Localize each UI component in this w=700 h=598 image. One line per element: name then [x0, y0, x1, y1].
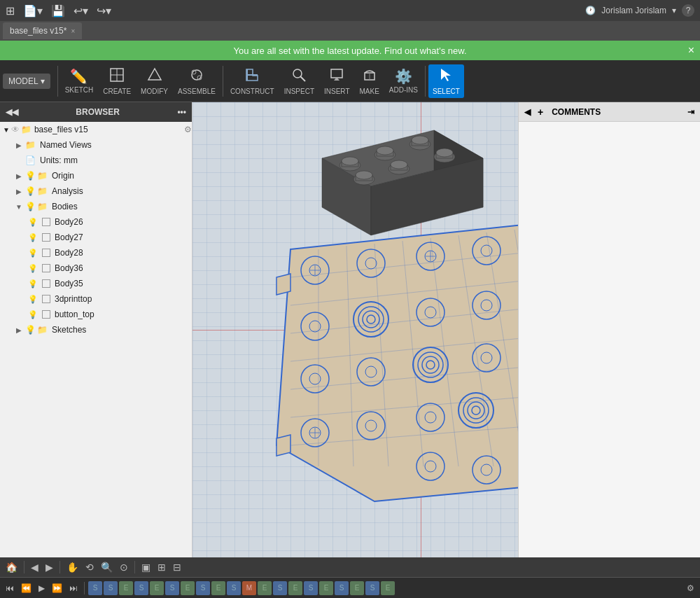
- orbit-button[interactable]: ⟲: [83, 560, 97, 574]
- tree-origin[interactable]: ▶ 💡 📁 Origin: [0, 168, 192, 183]
- help-button[interactable]: ?: [682, 4, 694, 17]
- timeline-item-20[interactable]: E: [381, 581, 395, 595]
- make-icon: [362, 67, 377, 86]
- insert-group[interactable]: INSERT: [320, 64, 354, 98]
- rewind-button[interactable]: ⏮: [3, 582, 17, 594]
- save-button[interactable]: 💾: [48, 3, 68, 19]
- make-group[interactable]: MAKE: [356, 64, 384, 98]
- timeline-item-15[interactable]: S: [304, 581, 318, 595]
- toolbar: MODEL ▾ ✏️ SKETCH CREATE MODIFY ASSEMBLE: [0, 60, 700, 102]
- browser-collapse-icon[interactable]: ◀◀: [6, 107, 18, 117]
- grid-button[interactable]: ⊞: [155, 560, 169, 574]
- sketches-folder: 📁: [37, 325, 48, 335]
- banner-close-button[interactable]: ×: [688, 44, 694, 57]
- browser-options-icon[interactable]: •••: [177, 107, 186, 117]
- comments-add-icon[interactable]: +: [538, 106, 543, 118]
- tree-bodies[interactable]: ▼ 💡 📁 Bodies: [0, 199, 192, 214]
- fit-button[interactable]: ⊙: [117, 560, 131, 574]
- timeline-item-19[interactable]: S: [365, 581, 379, 595]
- sketches-label: Sketches: [52, 325, 86, 335]
- timeline-item-11[interactable]: M: [242, 581, 256, 595]
- sketch-group[interactable]: ✏️ SKETCH: [61, 65, 98, 97]
- file-tab[interactable]: base_files v15* ×: [3, 22, 82, 39]
- sketches-visibility[interactable]: 💡: [25, 325, 36, 335]
- sketch-label: SKETCH: [65, 86, 94, 94]
- timeline-item-9[interactable]: E: [211, 581, 225, 595]
- select-group[interactable]: SELECT: [428, 64, 464, 98]
- redo-button[interactable]: ↪▾: [94, 3, 114, 19]
- timeline-item-8[interactable]: S: [196, 581, 210, 595]
- timeline-item-12[interactable]: E: [258, 581, 272, 595]
- timeline-settings-button[interactable]: ⚙: [684, 582, 697, 594]
- assemble-group[interactable]: ASSEMBLE: [174, 64, 220, 98]
- origin-visibility[interactable]: 💡: [25, 171, 36, 181]
- modify-group[interactable]: MODIFY: [136, 64, 172, 98]
- tree-body28[interactable]: 💡 Body28: [0, 245, 192, 260]
- root-folder-icon: 📁: [21, 125, 31, 134]
- body27-visibility[interactable]: 💡: [28, 233, 38, 242]
- comments-expand-icon[interactable]: ⇥: [687, 107, 694, 117]
- body36-visibility[interactable]: 💡: [28, 264, 38, 273]
- timeline-item-16[interactable]: E: [319, 581, 333, 595]
- tree-body35[interactable]: 💡 Body35: [0, 276, 192, 291]
- tab-close-icon[interactable]: ×: [71, 27, 75, 35]
- tree-analysis[interactable]: ▶ 💡 📁 Analysis: [0, 183, 192, 199]
- timeline-item-4[interactable]: S: [134, 581, 148, 595]
- app-grid-icon[interactable]: ⊞: [6, 4, 15, 18]
- zoom-button[interactable]: 🔍: [98, 560, 115, 574]
- timeline-item-10[interactable]: S: [227, 581, 241, 595]
- body35-visibility[interactable]: 💡: [28, 279, 38, 288]
- model-mode-button[interactable]: MODEL ▾: [3, 74, 50, 89]
- 3dprinttop-visibility[interactable]: 💡: [28, 295, 38, 304]
- timeline-item-14[interactable]: E: [288, 581, 302, 595]
- undo-button[interactable]: ↩▾: [71, 3, 91, 19]
- timeline-item-2[interactable]: S: [104, 581, 118, 595]
- viewport[interactable]: TOP FRONT ◀ + COMMENTS ⇥: [192, 102, 700, 557]
- step-forward-button[interactable]: ⏩: [49, 582, 65, 594]
- tree-root[interactable]: ▼ 👁 📁 base_files v15 ⚙: [0, 122, 192, 137]
- tree-body27[interactable]: 💡 Body27: [0, 230, 192, 245]
- timeline-item-5[interactable]: E: [150, 581, 164, 595]
- update-link[interactable]: Find out what's new.: [384, 46, 466, 56]
- body26-visibility[interactable]: 💡: [28, 218, 38, 227]
- construct-group[interactable]: CONSTRUCT: [226, 64, 279, 98]
- tree-button-top[interactable]: 💡 button_top: [0, 307, 192, 322]
- tree-units[interactable]: 📄 Units: mm: [0, 153, 192, 168]
- end-button[interactable]: ⏭: [66, 582, 80, 594]
- add-ins-group[interactable]: ⚙️ ADD-INS: [385, 65, 422, 97]
- display-mode-button[interactable]: ▣: [139, 560, 153, 574]
- body28-visibility[interactable]: 💡: [28, 249, 38, 258]
- timeline-item-3[interactable]: E: [119, 581, 133, 595]
- body36-icon: [42, 264, 50, 272]
- snap-button[interactable]: ⊟: [170, 560, 184, 574]
- step-back-button[interactable]: ⏪: [18, 582, 34, 594]
- inspect-group[interactable]: INSPECT: [280, 64, 318, 98]
- button-top-visibility[interactable]: 💡: [28, 310, 38, 319]
- tree-body36[interactable]: 💡 Body36: [0, 260, 192, 276]
- timeline-item-17[interactable]: S: [335, 581, 349, 595]
- home-view-button[interactable]: 🏠: [3, 560, 20, 574]
- comments-collapse-left[interactable]: ◀: [524, 107, 531, 117]
- tree-body26[interactable]: 💡 Body26: [0, 214, 192, 230]
- timeline-item-6[interactable]: S: [165, 581, 179, 595]
- tree-named-views[interactable]: ▶ 📁 Named Views: [0, 137, 192, 153]
- root-settings-icon[interactable]: ⚙: [184, 125, 192, 134]
- bodies-visibility[interactable]: 💡: [25, 202, 36, 211]
- user-name[interactable]: Jorislam Jorislam: [601, 6, 666, 15]
- timeline-item-7[interactable]: E: [181, 581, 195, 595]
- nav-prev-button[interactable]: ◀: [28, 560, 41, 574]
- timeline-item-13[interactable]: S: [273, 581, 287, 595]
- pan-button[interactable]: ✋: [64, 560, 81, 574]
- create-label: CREATE: [103, 88, 131, 95]
- tree-sketches[interactable]: ▶ 💡 📁 Sketches: [0, 322, 192, 338]
- analysis-visibility[interactable]: 💡: [25, 186, 36, 196]
- root-visibility-icon[interactable]: 👁: [11, 125, 20, 134]
- new-file-button[interactable]: 📄▾: [20, 3, 46, 19]
- play-button[interactable]: ▶: [36, 582, 48, 594]
- tree-3dprinttop[interactable]: 💡 3dprinttop: [0, 291, 192, 307]
- nav-next-button[interactable]: ▶: [43, 560, 56, 574]
- timeline-item-1[interactable]: S: [88, 581, 102, 595]
- create-group[interactable]: CREATE: [99, 64, 135, 98]
- timeline-item-18[interactable]: E: [350, 581, 364, 595]
- toolbar-sep3: [425, 66, 426, 97]
